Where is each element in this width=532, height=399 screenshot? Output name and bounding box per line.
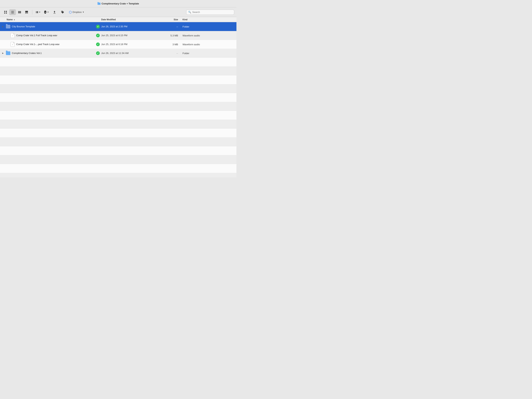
group-arrow: ▼ — [39, 11, 41, 13]
size-column-header[interactable]: Size — [160, 18, 183, 21]
empty-row — [0, 66, 236, 75]
file-date: Jun 26, 2023 at 11:34 AM — [101, 52, 129, 55]
dropbox-icon: ⬡ — [69, 10, 72, 14]
file-size: -- — [176, 25, 178, 28]
empty-row — [0, 173, 236, 177]
column-view-icon — [18, 11, 21, 14]
name-sort-arrow: ▲ — [13, 19, 15, 20]
svg-rect-1 — [6, 11, 7, 12]
svg-rect-13 — [27, 13, 28, 13]
search-icon: 🔍 — [188, 11, 191, 13]
title-bar: Complimentary Crate + Template — [0, 0, 236, 7]
file-size: 3 MB — [172, 43, 178, 46]
group-button[interactable]: ▼ — [35, 9, 41, 15]
view-buttons-group — [2, 9, 30, 15]
file-date: Jun 26, 2023 at 2:35 PM — [101, 25, 127, 28]
table-row[interactable]: ♪ Comp Crate Vol.1-...ped Track Loop.wav… — [0, 40, 236, 49]
svg-rect-10 — [25, 11, 28, 12]
empty-row — [0, 84, 236, 93]
folder-icon-wrapper — [6, 51, 10, 55]
table-row[interactable]: ♪ Comp Crate Vol.1 Full Track Loop.wav ✓… — [0, 31, 236, 40]
search-bar: 🔍 — [186, 10, 234, 15]
empty-row — [0, 58, 236, 66]
file-size: -- — [176, 52, 178, 55]
file-name: Complimentary Crates Vol.1 — [12, 52, 42, 55]
empty-row — [0, 137, 236, 146]
expand-arrow[interactable]: ▶ — [1, 25, 4, 28]
svg-rect-0 — [4, 11, 5, 12]
file-size-column: -- — [160, 52, 183, 55]
audio-file-icon: ♪ — [11, 33, 15, 38]
sync-badge: ✓ — [96, 51, 100, 55]
audio-file-icon: ♪ — [11, 42, 15, 47]
audio-icon-wrapper: ♪ — [10, 33, 15, 38]
file-name: Comp Crate Vol.1 Full Track Loop.wav — [16, 34, 57, 37]
svg-rect-8 — [19, 11, 20, 13]
file-kind: Waveform audio — [183, 43, 200, 46]
svg-rect-6 — [11, 13, 14, 13]
kind-column-header[interactable]: Kind — [183, 18, 235, 21]
svg-rect-5 — [11, 12, 14, 12]
table-row[interactable]: ▶ City Bounce Template ✓ Jun 26, 2023 at… — [0, 22, 236, 31]
file-name-column: ▶ City Bounce Template ✓ — [1, 24, 101, 29]
file-name-column: ♪ Comp Crate Vol.1 Full Track Loop.wav ✓ — [1, 33, 101, 38]
svg-rect-12 — [26, 13, 27, 13]
gear-icon — [44, 11, 47, 14]
empty-row — [0, 111, 236, 120]
title-folder-icon — [98, 3, 101, 5]
dropbox-button[interactable]: ⬡ Dropbox ▼ — [67, 9, 86, 15]
svg-rect-9 — [20, 11, 21, 13]
file-size-column: 5.3 MB — [160, 34, 183, 37]
tag-icon — [61, 11, 64, 14]
expand-arrow-empty — [1, 43, 4, 46]
file-name: Comp Crate Vol.1-...ped Track Loop.wav — [16, 43, 59, 46]
folder-icon-wrapper — [6, 24, 10, 29]
finder-window: Complimentary Crate + Template — [0, 0, 236, 177]
svg-rect-11 — [25, 13, 26, 13]
gallery-view-icon — [25, 11, 28, 14]
dropbox-label: Dropbox — [73, 11, 82, 13]
group-icon — [35, 11, 39, 14]
dropbox-arrow: ▼ — [82, 11, 84, 13]
svg-rect-4 — [11, 11, 14, 11]
audio-icon-wrapper: ♪ — [10, 42, 15, 47]
sync-badge: ✓ — [96, 34, 100, 37]
empty-row — [0, 164, 236, 173]
toolbar: ▼ ▼ ⬡ Dropbox ▼ 🔍 — [0, 7, 236, 17]
window-title: Complimentary Crate + Template — [101, 2, 139, 5]
file-date-column: Jun 26, 2023 at 2:35 PM — [101, 25, 160, 28]
empty-row — [0, 146, 236, 155]
svg-rect-2 — [4, 12, 5, 13]
file-size-column: -- — [160, 25, 183, 28]
file-kind-column: Folder — [183, 52, 235, 55]
file-kind: Folder — [183, 25, 189, 28]
sync-badge: ✓ — [96, 25, 100, 28]
file-list: ▶ City Bounce Template ✓ Jun 26, 2023 at… — [0, 22, 236, 177]
file-date-column: Jun 26, 2023 at 11:34 AM — [101, 52, 160, 55]
action-button[interactable]: ▼ — [43, 9, 50, 15]
share-icon — [53, 11, 56, 14]
empty-area — [0, 58, 236, 177]
expand-arrow[interactable]: ▶ — [1, 52, 4, 55]
svg-rect-7 — [18, 11, 19, 13]
empty-row — [0, 75, 236, 84]
list-view-icon — [11, 11, 14, 14]
table-row[interactable]: ▶ Complimentary Crates Vol.1 ✓ Jun 26, 2… — [0, 49, 236, 58]
date-column-header[interactable]: Date Modified — [101, 18, 160, 21]
icon-view-button[interactable] — [2, 9, 9, 15]
name-column-header[interactable]: Name ▲ — [1, 18, 101, 21]
empty-row — [0, 120, 236, 129]
share-button[interactable] — [51, 9, 58, 15]
tag-button[interactable] — [59, 9, 66, 15]
file-name-column: ♪ Comp Crate Vol.1-...ped Track Loop.wav… — [1, 42, 101, 47]
gallery-view-button[interactable] — [23, 9, 30, 15]
file-date-column: Jun 25, 2023 at 6:15 PM — [101, 34, 160, 37]
expand-arrow-empty — [1, 34, 4, 37]
file-size: 5.3 MB — [171, 34, 178, 37]
svg-rect-3 — [6, 12, 7, 13]
list-view-button[interactable] — [9, 9, 16, 15]
file-date: Jun 25, 2023 at 6:15 PM — [101, 34, 127, 37]
column-view-button[interactable] — [16, 9, 23, 15]
search-input[interactable] — [192, 11, 232, 13]
file-name-column: ▶ Complimentary Crates Vol.1 ✓ — [1, 51, 101, 55]
